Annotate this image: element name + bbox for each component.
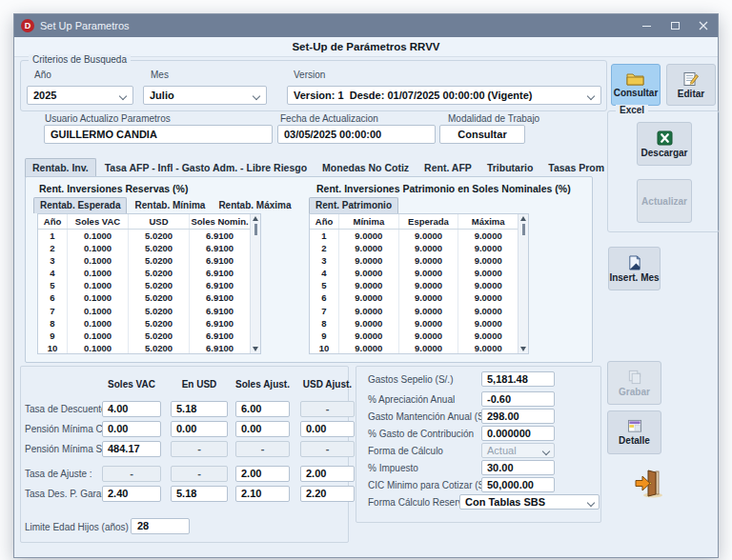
year-value: 2025 (33, 90, 56, 101)
reservas-scrollbar[interactable] (250, 214, 260, 353)
param-select[interactable]: Con Tablas SBS (459, 494, 600, 510)
rate-field[interactable]: 0.00 (171, 421, 228, 437)
reservas-subtab-2[interactable]: Rentab. Máxima (213, 198, 296, 213)
table-row[interactable]: 70.10005.02006.9100 (38, 305, 250, 317)
reservas-subtab-1[interactable]: Rentab. Mínima (129, 198, 211, 213)
main-tab-4[interactable]: Tributario (480, 159, 539, 177)
rate-field[interactable]: 2.40 (102, 486, 161, 502)
param-input[interactable]: -0.60 (481, 391, 555, 407)
descargar-button[interactable]: Descargar (637, 122, 692, 166)
table-row[interactable]: 29.00009.00009.0000 (310, 242, 518, 254)
table-row[interactable]: 10.10005.02006.9100 (38, 230, 250, 242)
table-cell: 6.9100 (189, 305, 250, 317)
main-tab-5[interactable]: Tasas Prom (541, 159, 611, 177)
table-cell: 9.0000 (338, 267, 398, 279)
year-select[interactable]: 2025 (27, 86, 133, 105)
params-panel: Gastos Sepelio (S/.)5,181.48% Apreciació… (356, 366, 601, 523)
rate-field[interactable]: 0.00 (102, 421, 161, 437)
table-row[interactable]: 89.00009.00009.0000 (310, 317, 518, 330)
param-input[interactable]: 298.00 (481, 409, 555, 424)
table-row[interactable]: 40.10005.02006.9100 (38, 267, 250, 279)
param-value: 30.00 (487, 462, 514, 473)
table-cell: Mínima (338, 214, 398, 229)
consultar-button[interactable]: Consultar (611, 64, 661, 106)
table-row[interactable]: 20.10005.02006.9100 (38, 242, 250, 254)
reservas-table[interactable]: AñoSoles VACUSDSoles Nomin.10.10005.0200… (38, 214, 250, 353)
patrimonio-scrollbar[interactable] (518, 214, 528, 353)
table-row[interactable]: 79.00009.00009.0000 (310, 305, 518, 317)
patrimonio-subtab-0[interactable]: Rent. Patrimonio (309, 197, 398, 213)
main-tab-2[interactable]: Monedas No Cotiz (315, 159, 416, 177)
scrollbar-thumb[interactable] (254, 224, 257, 235)
param-input[interactable]: 5,181.48 (481, 371, 555, 387)
rate-field[interactable]: 2.10 (235, 486, 290, 502)
table-cell: 7 (38, 305, 67, 317)
table-cell: Año (38, 214, 67, 229)
table-header-row: AñoSoles VACUSDSoles Nomin. (38, 214, 250, 230)
scroll-up-icon[interactable] (520, 216, 526, 221)
table-row[interactable]: 19.00009.00009.0000 (310, 230, 518, 242)
patrimonio-table[interactable]: AñoMínimaEsperadaMáxima19.00009.00009.00… (310, 214, 518, 353)
scroll-down-icon[interactable] (520, 347, 526, 351)
detalle-button[interactable]: Detalle (607, 410, 661, 454)
rate-field[interactable]: 2.00 (300, 466, 355, 482)
table-row[interactable]: 30.10005.02006.9100 (38, 254, 250, 267)
titlebar[interactable]: D Set Up Parametros (14, 14, 718, 37)
mode-field[interactable]: Consultar (439, 125, 525, 144)
rate-field[interactable]: 0.00 (300, 421, 355, 437)
rate-field[interactable]: 6.00 (235, 401, 290, 417)
scroll-down-icon[interactable] (253, 347, 258, 351)
table-row[interactable]: 49.00009.00009.0000 (310, 267, 518, 279)
table-row[interactable]: 39.00009.00009.0000 (310, 254, 518, 267)
main-tab-0[interactable]: Rentab. Inv. (25, 158, 96, 177)
rate-field[interactable]: 2.20 (300, 486, 355, 502)
rate-field[interactable]: 484.17 (102, 441, 161, 457)
version-select[interactable]: Version: 1 Desde: 01/07/2025 00:00:00 (V… (287, 86, 601, 105)
reservas-subtab-0[interactable]: Rentab. Esperada (33, 197, 127, 213)
main-tab-1[interactable]: Tasa AFP - Infl - Gasto Adm. - Libre Rie… (98, 159, 314, 177)
param-input[interactable]: 0.000000 (481, 426, 555, 441)
param-input[interactable]: 50,000.00 (481, 477, 555, 492)
table-row[interactable]: 99.00009.00009.0000 (310, 330, 518, 342)
rate-field[interactable]: 5.18 (171, 401, 228, 417)
date-field[interactable]: 03/05/2025 00:00:00 (277, 125, 436, 144)
exit-button[interactable] (630, 466, 668, 502)
table-header-row: AñoMínimaEsperadaMáxima (310, 214, 518, 230)
table-cell: 9.0000 (398, 291, 458, 304)
minimize-button[interactable] (632, 14, 661, 37)
param-label: CIC Minimo para Cotizar (S/.) (368, 480, 493, 490)
maximize-button[interactable] (661, 14, 689, 37)
table-row[interactable]: 59.00009.00009.0000 (310, 279, 518, 291)
editar-button[interactable]: Editar (666, 64, 716, 106)
insert-mes-button[interactable]: Insert. Mes (608, 247, 661, 290)
table-cell: 5 (310, 279, 338, 291)
table-cell: 5.0200 (128, 242, 189, 254)
rate-field[interactable]: 0.00 (235, 421, 290, 437)
table-row[interactable]: 60.10005.02006.9100 (38, 291, 250, 304)
table-row[interactable]: 69.00009.00009.0000 (310, 291, 518, 304)
criteria-legend: Criterios de Busqueda (29, 54, 131, 65)
rate-field[interactable]: 5.18 (171, 486, 228, 502)
rate-field[interactable]: 2.00 (235, 466, 290, 482)
close-button[interactable] (689, 14, 718, 37)
user-field[interactable]: GUILLERMO CANDIA (44, 125, 273, 144)
table-row[interactable]: 80.10005.02006.9100 (38, 317, 250, 330)
version-label: Version (294, 70, 325, 80)
table-row[interactable]: 109.00009.00009.0000 (310, 342, 518, 353)
table-row[interactable]: 90.10005.02006.9100 (38, 330, 250, 342)
table-row[interactable]: 50.10005.02006.9100 (38, 279, 250, 291)
main-tab-3[interactable]: Rent. AFP (417, 159, 478, 177)
table-cell: 5.0200 (128, 305, 189, 317)
table-cell: 0.1000 (67, 267, 128, 279)
rate-field[interactable]: 4.00 (102, 401, 161, 417)
month-select[interactable]: Julio (143, 86, 267, 105)
param-input[interactable]: 30.00 (481, 460, 555, 475)
table-cell: 9.0000 (398, 267, 458, 279)
table-cell: 6.9100 (189, 242, 250, 254)
scrollbar-thumb[interactable] (522, 224, 525, 235)
actualizar-button: Actualizar (637, 179, 692, 223)
table-row[interactable]: 100.10005.02006.9100 (38, 342, 250, 353)
version-value: Version: 1 Desde: 01/07/2025 00:00:00 (V… (294, 90, 532, 101)
child-age-input[interactable]: 28 (131, 518, 190, 534)
scroll-up-icon[interactable] (253, 216, 258, 221)
